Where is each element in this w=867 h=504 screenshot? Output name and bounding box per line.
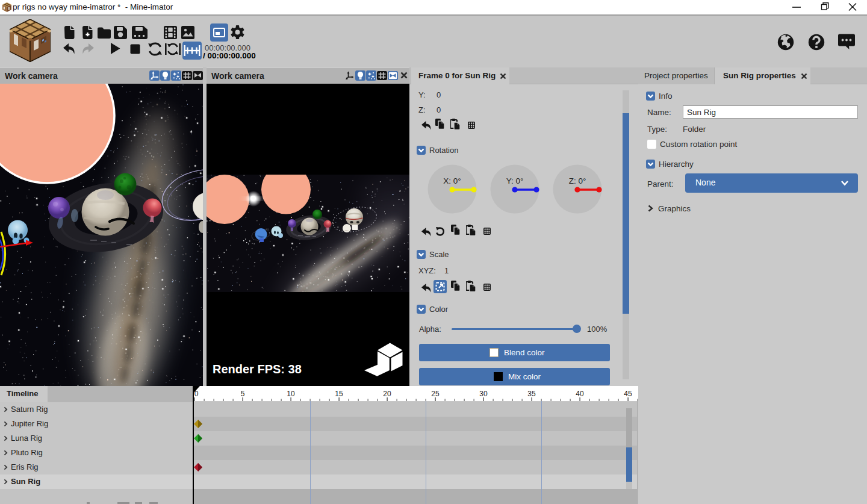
svg-text:20: 20 [383,390,391,398]
svg-text:10: 10 [287,390,295,398]
svg-text:25: 25 [431,390,440,398]
svg-text:15: 15 [335,390,343,398]
svg-text:Y: 0°: Y: 0° [506,176,524,185]
svg-text:35: 35 [527,390,536,398]
svg-text:X: 0°: X: 0° [443,176,461,185]
svg-text:5: 5 [241,390,245,398]
svg-text:Render FPS: 38: Render FPS: 38 [213,362,302,376]
svg-text:30: 30 [479,390,488,398]
svg-text:45: 45 [624,390,632,398]
svg-text:40: 40 [576,390,584,398]
svg-text:Z: 0°: Z: 0° [569,176,586,185]
